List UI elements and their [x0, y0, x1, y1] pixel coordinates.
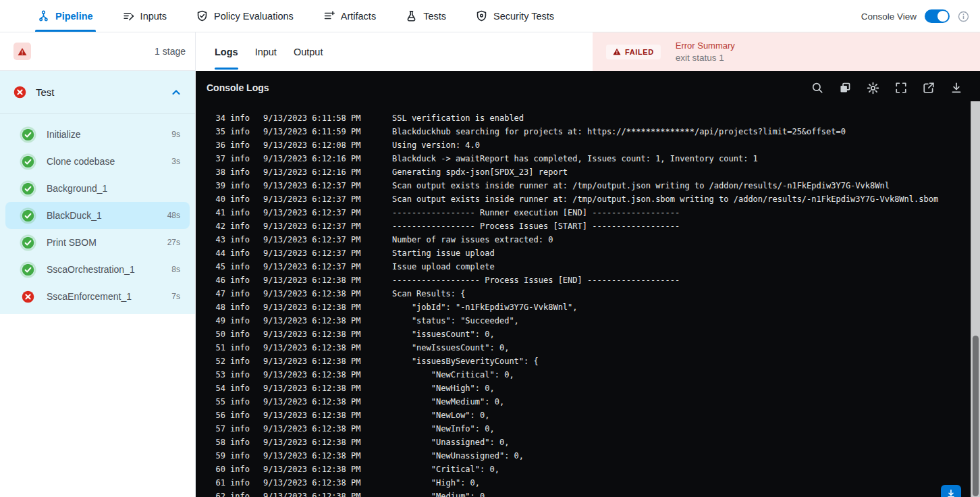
log-line: 53 info 9/13/2023 6:12:38 PM "NewCritica… [215, 368, 968, 382]
log-level: info [230, 314, 258, 328]
log-line: 50 info 9/13/2023 6:12:38 PM "issuesCoun… [215, 328, 968, 341]
log-line: 56 info 9/13/2023 6:12:38 PM "NewLow": 0… [215, 409, 968, 422]
log-level: info [230, 490, 258, 497]
log-line: 45 info 9/13/2023 6:12:37 PM Issue uploa… [215, 260, 968, 273]
sidebar-step-sscaorchestration-1[interactable]: SscaOrchestration_1 8s [5, 256, 190, 283]
log-timestamp: 9/13/2023 6:12:38 PM [263, 436, 387, 449]
log-line-number: 56 [215, 409, 225, 422]
tab-output[interactable]: Output [294, 32, 323, 71]
top-nav-tab-policy-evaluations[interactable]: Policy Evaluations [196, 0, 294, 32]
step-success-icon [22, 155, 34, 168]
log-level: info [230, 138, 258, 152]
log-line-number: 58 [215, 436, 225, 449]
log-timestamp: 9/13/2023 6:11:58 PM [263, 111, 387, 125]
log-line-number: 38 [215, 165, 225, 179]
log-level: info [230, 422, 258, 436]
log-timestamp: 9/13/2023 6:12:37 PM [263, 192, 387, 206]
log-line-number: 40 [215, 192, 225, 206]
sidebar-step-background-1[interactable]: Background_1 [5, 175, 190, 202]
log-message: ----------------- Process Issues [START]… [392, 219, 968, 233]
log-line: 55 info 9/13/2023 6:12:38 PM "NewMedium"… [215, 395, 968, 409]
info-icon[interactable] [958, 11, 969, 22]
top-nav-tab-tests[interactable]: Tests [406, 0, 446, 32]
log-line-number: 39 [215, 179, 225, 192]
log-line: 60 info 9/13/2023 6:12:38 PM "Critical":… [215, 463, 968, 476]
log-level: info [230, 260, 258, 273]
console-view-toggle[interactable] [925, 9, 950, 23]
log-line-number: 41 [215, 206, 225, 219]
log-level: info [230, 219, 258, 233]
log-line: 40 info 9/13/2023 6:12:37 PM Scan output… [215, 192, 968, 206]
top-nav-tabs: Pipeline Inputs Policy Evaluations Artif… [38, 0, 554, 32]
log-level: info [230, 476, 258, 490]
error-summary-title: Error Summary [676, 41, 735, 51]
log-line: 48 info 9/13/2023 6:12:38 PM "jobId": "-… [215, 300, 968, 314]
log-area: 34 info 9/13/2023 6:11:58 PM SSL verific… [196, 105, 968, 497]
top-nav-tab-artifacts[interactable]: Artifacts [323, 0, 376, 32]
log-line-number: 47 [215, 287, 225, 300]
console-logs-panel: Console Logs 34 info 9/13/2023 6:11:58 P… [196, 71, 980, 497]
sidebar-step-clone-codebase[interactable]: Clone codebase 3s [5, 148, 190, 175]
stage-header[interactable]: Test [0, 71, 195, 114]
warning-triangle-icon [613, 48, 621, 55]
failed-badge: FAILED [606, 45, 661, 59]
log-level: info [230, 192, 258, 206]
stage-summary-row: 1 stage [0, 32, 195, 71]
log-timestamp: 9/13/2023 6:12:37 PM [263, 206, 387, 219]
fullscreen-icon[interactable] [895, 82, 907, 94]
log-level: info [230, 233, 258, 246]
log-line-number: 46 [215, 273, 225, 287]
sidebar-step-initialize[interactable]: Initialize 9s [5, 121, 190, 148]
log-message: ----------------- Runner execution [END]… [392, 206, 968, 219]
security-tests-icon [476, 10, 487, 22]
stage-failed-icon [13, 86, 26, 99]
log-level: info [230, 436, 258, 449]
log-timestamp: 9/13/2023 6:12:08 PM [263, 138, 387, 152]
console-header: Console Logs [196, 71, 980, 105]
log-line: 59 info 9/13/2023 6:12:38 PM "NewUnassig… [215, 449, 968, 463]
copy-icon[interactable] [839, 82, 851, 94]
search-icon[interactable] [811, 82, 823, 94]
console-scrollbar[interactable] [971, 101, 980, 497]
log-timestamp: 9/13/2023 6:12:38 PM [263, 314, 387, 328]
log-timestamp: 9/13/2023 6:12:38 PM [263, 382, 387, 395]
sidebar-step-sscaenforcement-1[interactable]: SscaEnforcement_1 7s [5, 283, 190, 310]
log-message: "NewLow": 0, [392, 409, 968, 422]
log-line-number: 60 [215, 463, 225, 476]
log-message: "NewHigh": 0, [392, 382, 968, 395]
log-line-number: 43 [215, 233, 225, 246]
log-message: Issue upload complete [392, 260, 968, 273]
log-message: Blackduck -> awaitReport has completed, … [392, 152, 968, 165]
open-in-new-icon[interactable] [923, 82, 935, 94]
log-message: Generating spdx-json[SPDX_23] report [392, 165, 968, 179]
settings-icon[interactable] [867, 82, 879, 95]
log-line-number: 52 [215, 355, 225, 368]
log-message: Starting issue upload [392, 246, 968, 260]
chevron-up-icon[interactable] [171, 87, 182, 98]
log-message: Scan output exists inside runner at: /tm… [392, 179, 968, 192]
log-line-number: 48 [215, 300, 225, 314]
log-message: Scan output exists inside runner at: /tm… [392, 192, 968, 206]
console-view-label: Console View [861, 11, 917, 22]
log-line-number: 59 [215, 449, 225, 463]
top-nav-tab-inputs[interactable]: Inputs [123, 0, 167, 32]
sidebar-step-blackduck-1[interactable]: BlackDuck_1 48s [5, 202, 190, 229]
tab-input[interactable]: Input [255, 32, 277, 71]
download-icon[interactable] [950, 82, 962, 94]
log-timestamp: 9/13/2023 6:12:38 PM [263, 409, 387, 422]
log-timestamp: 9/13/2023 6:12:37 PM [263, 233, 387, 246]
stage-panel: Test Initialize 9s Clone codebase 3s Bac… [0, 71, 195, 314]
top-nav-tab-security-tests[interactable]: Security Tests [476, 0, 554, 32]
inputs-icon [123, 10, 134, 22]
console-scrollbar-thumb[interactable] [973, 336, 979, 496]
top-nav-tab-pipeline[interactable]: Pipeline [38, 0, 93, 32]
log-line: 57 info 9/13/2023 6:12:38 PM "NewInfo": … [215, 422, 968, 436]
log-timestamp: 9/13/2023 6:12:38 PM [263, 476, 387, 490]
log-line: 61 info 9/13/2023 6:12:38 PM "High": 0, [215, 476, 968, 490]
log-timestamp: 9/13/2023 6:12:38 PM [263, 463, 387, 476]
scroll-to-bottom-button[interactable] [941, 485, 961, 497]
tab-logs[interactable]: Logs [215, 32, 238, 71]
log-timestamp: 9/13/2023 6:12:37 PM [263, 260, 387, 273]
sidebar-step-print-sbom[interactable]: Print SBOM 27s [5, 229, 190, 256]
log-line: 49 info 9/13/2023 6:12:38 PM "status": "… [215, 314, 968, 328]
